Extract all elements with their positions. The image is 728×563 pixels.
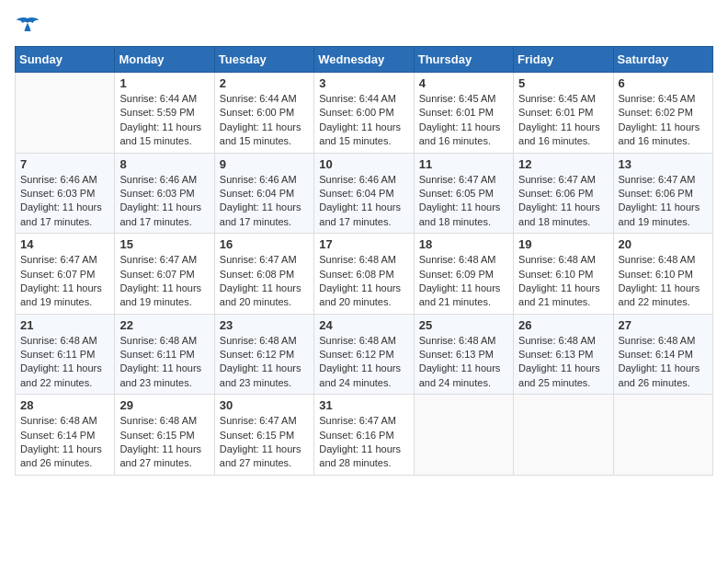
cell-content: Sunrise: 6:48 AM Sunset: 6:11 PM Dayligh… — [20, 334, 109, 391]
cell-content: Sunrise: 6:46 AM Sunset: 6:04 PM Dayligh… — [220, 173, 309, 230]
sunset-text: Sunset: 6:12 PM — [319, 349, 393, 360]
daylight-text: Daylight: 11 hours and 15 minutes. — [220, 121, 301, 146]
calendar-table: SundayMondayTuesdayWednesdayThursdayFrid… — [15, 46, 713, 476]
calendar-cell: 7 Sunrise: 6:46 AM Sunset: 6:03 PM Dayli… — [16, 153, 115, 234]
cell-content: Sunrise: 6:47 AM Sunset: 6:06 PM Dayligh… — [518, 173, 608, 230]
daylight-text: Daylight: 11 hours and 16 minutes. — [619, 121, 700, 146]
sunrise-text: Sunrise: 6:44 AM — [220, 93, 297, 104]
logo — [15, 15, 44, 39]
calendar-cell: 9 Sunrise: 6:46 AM Sunset: 6:04 PM Dayli… — [214, 153, 313, 234]
daylight-text: Daylight: 11 hours and 24 minutes. — [319, 362, 401, 387]
sunrise-text: Sunrise: 6:48 AM — [20, 415, 97, 426]
day-number: 10 — [319, 157, 408, 171]
calendar-cell: 10 Sunrise: 6:46 AM Sunset: 6:04 PM Dayl… — [314, 153, 414, 234]
sunrise-text: Sunrise: 6:45 AM — [619, 93, 696, 104]
sunrise-text: Sunrise: 6:48 AM — [619, 254, 696, 265]
calendar-cell: 19 Sunrise: 6:48 AM Sunset: 6:10 PM Dayl… — [514, 234, 613, 315]
day-number: 8 — [119, 157, 209, 171]
sunset-text: Sunset: 6:08 PM — [319, 269, 393, 280]
calendar-cell: 28 Sunrise: 6:48 AM Sunset: 6:14 PM Dayl… — [16, 395, 115, 476]
sunrise-text: Sunrise: 6:46 AM — [20, 174, 97, 185]
weekday-header-saturday: Saturday — [613, 47, 712, 73]
sunrise-text: Sunrise: 6:47 AM — [119, 254, 197, 265]
daylight-text: Daylight: 11 hours and 26 minutes. — [619, 362, 700, 387]
calendar-cell: 2 Sunrise: 6:44 AM Sunset: 6:00 PM Dayli… — [214, 73, 313, 154]
weekday-header-monday: Monday — [115, 47, 214, 73]
daylight-text: Daylight: 11 hours and 20 minutes. — [319, 282, 401, 307]
day-number: 4 — [419, 76, 508, 90]
daylight-text: Daylight: 11 hours and 20 minutes. — [220, 282, 301, 307]
sunset-text: Sunset: 6:03 PM — [20, 188, 95, 199]
sunset-text: Sunset: 6:11 PM — [119, 349, 194, 360]
day-number: 15 — [119, 237, 209, 251]
day-number: 31 — [319, 398, 408, 412]
sunrise-text: Sunrise: 6:48 AM — [319, 254, 396, 265]
daylight-text: Daylight: 11 hours and 15 minutes. — [319, 121, 401, 146]
calendar-cell: 23 Sunrise: 6:48 AM Sunset: 6:12 PM Dayl… — [214, 314, 313, 395]
daylight-text: Daylight: 11 hours and 27 minutes. — [220, 443, 301, 468]
sunset-text: Sunset: 6:04 PM — [319, 188, 393, 199]
sunset-text: Sunset: 6:15 PM — [220, 430, 294, 441]
sunset-text: Sunset: 6:14 PM — [20, 430, 95, 441]
day-number: 19 — [518, 237, 608, 251]
cell-content: Sunrise: 6:46 AM Sunset: 6:04 PM Dayligh… — [319, 173, 408, 230]
daylight-text: Daylight: 11 hours and 21 minutes. — [518, 282, 600, 307]
sunrise-text: Sunrise: 6:48 AM — [518, 335, 596, 346]
calendar-week-row: 28 Sunrise: 6:48 AM Sunset: 6:14 PM Dayl… — [16, 395, 713, 476]
daylight-text: Daylight: 11 hours and 22 minutes. — [619, 282, 700, 307]
sunset-text: Sunset: 6:06 PM — [518, 188, 593, 199]
sunrise-text: Sunrise: 6:48 AM — [518, 254, 596, 265]
sunset-text: Sunset: 6:15 PM — [119, 430, 194, 441]
day-number: 20 — [619, 237, 708, 251]
weekday-header-row: SundayMondayTuesdayWednesdayThursdayFrid… — [16, 47, 713, 73]
calendar-cell: 1 Sunrise: 6:44 AM Sunset: 5:59 PM Dayli… — [115, 73, 214, 154]
sunrise-text: Sunrise: 6:47 AM — [619, 174, 696, 185]
sunset-text: Sunset: 6:00 PM — [319, 107, 393, 118]
cell-content: Sunrise: 6:48 AM Sunset: 6:14 PM Dayligh… — [20, 414, 109, 471]
calendar-cell: 6 Sunrise: 6:45 AM Sunset: 6:02 PM Dayli… — [613, 73, 712, 154]
daylight-text: Daylight: 11 hours and 17 minutes. — [220, 201, 301, 226]
sunrise-text: Sunrise: 6:48 AM — [419, 254, 496, 265]
day-number: 3 — [319, 76, 408, 90]
calendar-week-row: 1 Sunrise: 6:44 AM Sunset: 5:59 PM Dayli… — [16, 73, 713, 154]
daylight-text: Daylight: 11 hours and 18 minutes. — [518, 201, 600, 226]
calendar-cell: 20 Sunrise: 6:48 AM Sunset: 6:10 PM Dayl… — [613, 234, 712, 315]
sunset-text: Sunset: 6:09 PM — [419, 269, 494, 280]
cell-content: Sunrise: 6:44 AM Sunset: 6:00 PM Dayligh… — [319, 92, 408, 149]
sunset-text: Sunset: 6:12 PM — [220, 349, 294, 360]
sunset-text: Sunset: 6:00 PM — [220, 107, 294, 118]
day-number: 27 — [619, 318, 708, 332]
day-number: 22 — [119, 318, 209, 332]
day-number: 5 — [518, 76, 608, 90]
day-number: 1 — [119, 76, 209, 90]
sunrise-text: Sunrise: 6:44 AM — [119, 93, 197, 104]
day-number: 25 — [419, 318, 508, 332]
cell-content: Sunrise: 6:48 AM Sunset: 6:12 PM Dayligh… — [319, 334, 408, 391]
calendar-cell: 22 Sunrise: 6:48 AM Sunset: 6:11 PM Dayl… — [115, 314, 214, 395]
cell-content: Sunrise: 6:48 AM Sunset: 6:14 PM Dayligh… — [619, 334, 708, 391]
calendar-cell — [16, 73, 115, 154]
sunrise-text: Sunrise: 6:48 AM — [220, 335, 297, 346]
sunrise-text: Sunrise: 6:47 AM — [518, 174, 596, 185]
sunset-text: Sunset: 6:07 PM — [20, 269, 95, 280]
sunrise-text: Sunrise: 6:47 AM — [319, 415, 396, 426]
cell-content: Sunrise: 6:48 AM Sunset: 6:13 PM Dayligh… — [518, 334, 608, 391]
sunrise-text: Sunrise: 6:48 AM — [319, 335, 396, 346]
sunset-text: Sunset: 6:11 PM — [20, 349, 95, 360]
daylight-text: Daylight: 11 hours and 19 minutes. — [20, 282, 102, 307]
sunset-text: Sunset: 6:10 PM — [518, 269, 593, 280]
calendar-cell — [414, 395, 513, 476]
daylight-text: Daylight: 11 hours and 28 minutes. — [319, 443, 401, 468]
cell-content: Sunrise: 6:45 AM Sunset: 6:02 PM Dayligh… — [619, 92, 708, 149]
daylight-text: Daylight: 11 hours and 27 minutes. — [119, 443, 201, 468]
sunset-text: Sunset: 6:14 PM — [619, 349, 693, 360]
logo-bird-icon — [15, 15, 40, 35]
calendar-cell: 31 Sunrise: 6:47 AM Sunset: 6:16 PM Dayl… — [314, 395, 414, 476]
calendar-cell: 5 Sunrise: 6:45 AM Sunset: 6:01 PM Dayli… — [514, 73, 613, 154]
sunset-text: Sunset: 6:05 PM — [419, 188, 494, 199]
sunrise-text: Sunrise: 6:47 AM — [220, 254, 297, 265]
daylight-text: Daylight: 11 hours and 23 minutes. — [220, 362, 301, 387]
sunset-text: Sunset: 6:10 PM — [619, 269, 693, 280]
cell-content: Sunrise: 6:47 AM Sunset: 6:15 PM Dayligh… — [220, 414, 309, 471]
daylight-text: Daylight: 11 hours and 21 minutes. — [419, 282, 501, 307]
